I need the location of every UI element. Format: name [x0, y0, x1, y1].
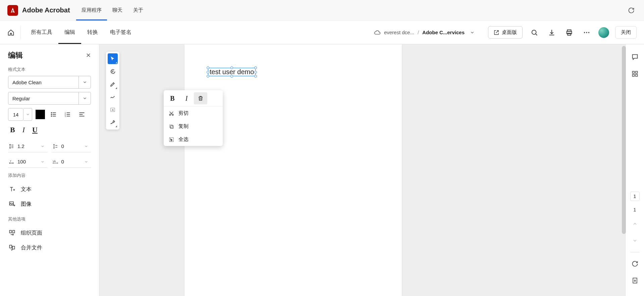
download-button[interactable] [546, 27, 557, 38]
text-color-swatch[interactable] [36, 110, 45, 119]
document-page[interactable]: test user demo [184, 44, 402, 296]
ctx-delete-button[interactable] [194, 92, 207, 104]
canvas[interactable]: A test user demo [99, 44, 625, 296]
chevron-down-icon[interactable] [41, 144, 47, 148]
breadcrumb-current[interactable]: Adobe C...ervices [422, 30, 465, 35]
comments-panel-button[interactable] [630, 52, 640, 62]
char-spacing-control[interactable]: T 100 [8, 156, 47, 168]
paragraph-spacing-value: 0 [61, 143, 83, 149]
cut-icon [168, 110, 174, 116]
paragraph-spacing-control[interactable]: 0 [52, 140, 91, 152]
copy-icon [168, 124, 174, 130]
draw-tool[interactable] [108, 92, 118, 102]
ctx-bold-button[interactable]: B [166, 92, 179, 104]
close-document-button[interactable]: 关闭 [615, 26, 637, 39]
sub-tab-convert[interactable]: 转换 [81, 21, 104, 44]
font-size-dropdown[interactable] [23, 108, 32, 121]
select-tool[interactable] [108, 53, 118, 64]
underline-button[interactable]: U [32, 126, 38, 134]
ctx-cut[interactable]: 剪切 [164, 107, 223, 120]
combine-files-button[interactable]: 合并文件 [8, 240, 91, 255]
bullet-list-button[interactable] [48, 109, 59, 120]
close-panel-button[interactable]: ✕ [86, 52, 91, 59]
fit-page-button[interactable] [630, 275, 640, 286]
ctx-copy[interactable]: 复制 [164, 120, 223, 133]
breadcrumb-folder[interactable]: everest dce... [384, 30, 414, 35]
select-all-icon [168, 137, 174, 143]
ctx-cut-label: 剪切 [178, 110, 189, 116]
chevron-down-icon[interactable] [84, 144, 91, 148]
page-scrollbar[interactable] [622, 46, 626, 234]
ctx-select-all[interactable]: 全选 [164, 133, 223, 146]
user-avatar[interactable] [598, 27, 609, 38]
resize-handle[interactable] [230, 75, 233, 78]
sub-tab-edit[interactable]: 编辑 [58, 21, 81, 44]
print-button[interactable] [564, 27, 575, 38]
kerning-icon: VA [52, 159, 59, 164]
align-button[interactable] [76, 109, 87, 120]
font-weight-select[interactable]: Regular [8, 92, 91, 105]
chevron-down-icon[interactable] [78, 76, 91, 88]
font-family-select[interactable]: Adobe Clean [8, 76, 91, 89]
breadcrumb: everest dce... / Adobe C...ervices [374, 29, 475, 36]
page-down-button[interactable] [630, 235, 640, 246]
italic-button[interactable]: I [22, 126, 25, 134]
rotate-button[interactable] [630, 258, 640, 269]
right-rail: 1 1 [625, 44, 644, 296]
ctx-italic-button[interactable]: I [180, 92, 193, 104]
add-text-icon [8, 185, 16, 193]
svg-rect-48 [632, 71, 634, 73]
sub-tab-all-tools[interactable]: 所有工具 [25, 21, 58, 44]
resize-handle[interactable] [254, 71, 257, 73]
font-size-input[interactable]: 14 [8, 108, 23, 121]
thumbnails-button[interactable] [630, 68, 640, 79]
acrobat-logo [7, 5, 18, 16]
open-desktop-button[interactable]: 桌面版 [488, 26, 523, 39]
chevron-down-icon[interactable] [41, 160, 47, 164]
page-up-button[interactable] [630, 218, 640, 229]
resize-handle[interactable] [207, 66, 209, 69]
header-tab-about[interactable]: 关于 [128, 0, 149, 20]
sub-tab-sign[interactable]: 电子签名 [104, 21, 138, 44]
resize-handle[interactable] [254, 75, 257, 78]
text-select-tool[interactable]: A [108, 104, 118, 115]
right-actions: 桌面版 关闭 [488, 26, 637, 39]
sub-tabs: 所有工具 编辑 转换 电子签名 [25, 21, 138, 44]
svg-text:3: 3 [65, 115, 66, 117]
sign-tool[interactable] [108, 117, 118, 128]
font-family-value: Adobe Clean [8, 80, 78, 85]
svg-rect-45 [170, 125, 172, 127]
add-image-label: 图像 [21, 201, 32, 208]
highlight-tool[interactable] [108, 79, 118, 90]
svg-point-4 [584, 32, 585, 33]
add-text-button[interactable]: 文本 [8, 182, 91, 197]
home-button[interactable] [7, 26, 21, 39]
selected-text-box[interactable]: test user demo [208, 68, 256, 76]
header-tab-apps[interactable]: 应用程序 [76, 0, 107, 20]
chevron-down-icon[interactable] [84, 160, 91, 164]
resize-handle[interactable] [207, 75, 209, 78]
char-spacing-icon: T [8, 159, 15, 164]
bold-button[interactable]: B [10, 126, 15, 134]
comment-tool[interactable] [108, 66, 118, 77]
ctx-copy-label: 复制 [178, 123, 189, 130]
chevron-down-icon[interactable] [470, 30, 475, 35]
resize-handle[interactable] [207, 71, 209, 73]
context-menu: B I 剪切 复制 全选 [164, 90, 223, 146]
more-button[interactable] [581, 27, 592, 38]
organize-pages-button[interactable]: 组织页面 [8, 226, 91, 240]
svg-rect-35 [10, 245, 12, 248]
resize-handle[interactable] [254, 66, 257, 69]
header-tab-chat[interactable]: 聊天 [107, 0, 128, 20]
other-options-section-label: 其他选项 [8, 216, 91, 222]
page-current-input[interactable]: 1 [630, 192, 640, 201]
add-image-button[interactable]: 图像 [8, 197, 91, 211]
search-button[interactable] [529, 27, 540, 38]
kerning-control[interactable]: VA 0 [52, 156, 91, 168]
chevron-down-icon[interactable] [78, 92, 91, 104]
page-total: 1 [634, 207, 636, 212]
refresh-button[interactable] [626, 5, 637, 16]
line-height-control[interactable]: 1.2 [8, 140, 47, 152]
numbered-list-button[interactable]: 123 [62, 109, 73, 120]
organize-pages-label: 组织页面 [21, 230, 42, 237]
